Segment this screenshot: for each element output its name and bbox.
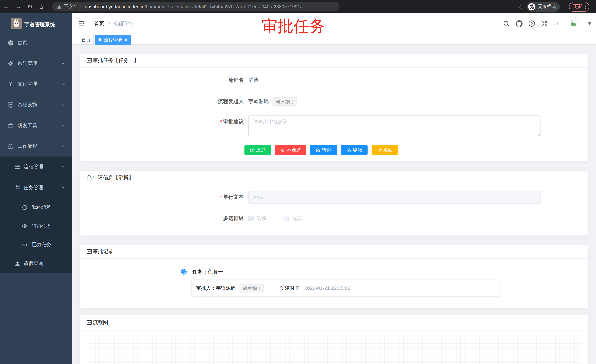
sidebar-item-home[interactable]: 首页 [0, 33, 72, 53]
svg-text:T: T [556, 21, 559, 26]
close-icon[interactable]: × [125, 37, 127, 42]
font-size-icon[interactable]: TT [553, 20, 561, 27]
app-logo-row[interactable]: 芋道管理系统 [0, 13, 72, 35]
sidebar-item-done-tasks[interactable]: 已办任务 [0, 235, 72, 254]
single-text-input[interactable] [248, 191, 541, 204]
card-title: 审批任务【任务一】 [93, 57, 139, 64]
checkbox-option1-label[interactable]: 选项一 [257, 216, 271, 221]
browser-forward-icon[interactable]: → [15, 0, 21, 13]
yen-icon: ¥ [7, 81, 14, 87]
annotation-overlay-text: 审批任务 [261, 17, 325, 36]
omnibox-divider [81, 4, 81, 9]
card-title: 申请信息【滔博】 [93, 175, 134, 181]
user-icon [15, 261, 21, 267]
avatar[interactable] [568, 16, 582, 30]
url-path: /bpm/process-instance/detail?id=54aa251f… [144, 4, 303, 9]
chevron-up-icon [61, 144, 65, 148]
app-title: 芋道管理系统 [24, 21, 55, 28]
address-bar[interactable]: 不安全 dashboard.yudao.iocoder.cn/bpm/proce… [52, 2, 339, 11]
sidebar-item-infra[interactable]: 基础设施 [0, 95, 72, 115]
eye-open-icon [22, 223, 28, 229]
card-title: 流程图 [93, 319, 108, 326]
tree-icon [15, 185, 21, 191]
broken-image-icon [569, 17, 578, 26]
tab-home[interactable]: 首页 [78, 35, 94, 45]
checkbox-option2[interactable] [283, 216, 289, 221]
approval-record-card: 审批记录 任务：任务一 审批人： 芋道源码 研发部门 创建时间： 2022-01… [80, 244, 588, 308]
chevron-up-icon [61, 186, 65, 189]
record-detail-card: 审批人： 芋道源码 研发部门 创建时间： 2022-01-21 22:35:08 [191, 279, 500, 297]
apply-info-card-header: 申请信息【滔博】 [80, 171, 588, 185]
sidebar: 芋道管理系统 首页 系统管理 ¥ 支付管理 基础设施 研发工具 [0, 13, 72, 364]
dashboard-icon [7, 40, 14, 46]
avatar-dropdown-caret-icon[interactable] [588, 22, 592, 25]
active-tab-dot-icon [98, 38, 101, 41]
reject-button[interactable]: ⊗ 不通过 [275, 145, 306, 155]
browser-chrome: ← → ↻ ⌂ 不安全 dashboard.yudao.iocoder.cn/b… [0, 0, 596, 13]
help-icon[interactable]: ? [529, 20, 535, 27]
approver-value: 芋道源码 [216, 285, 236, 291]
tags-view-bar: 首页 流程详情 × [72, 34, 596, 44]
browser-back-icon[interactable]: ← [3, 0, 9, 13]
checkbox-option2-label[interactable]: 选项二 [292, 216, 307, 221]
sidebar-item-leave-query[interactable]: 请假查询 [0, 253, 72, 274]
required-asterisk: * [220, 194, 222, 200]
tab-process-detail[interactable]: 流程详情 × [95, 35, 131, 45]
bpmn-canvas-grid[interactable] [88, 336, 581, 364]
hamburger-icon[interactable] [78, 20, 85, 27]
single-text-label: *单行文本 [87, 193, 244, 201]
chevron-down-icon [61, 82, 65, 86]
github-icon[interactable] [516, 20, 523, 27]
url-host: dashboard.yudao.iocoder.cn [85, 4, 145, 9]
breadcrumb-separator: / [109, 21, 110, 26]
sidebar-item-workflow[interactable]: 工作流程 [0, 136, 72, 156]
sidebar-item-payment[interactable]: ¥ 支付管理 [0, 74, 72, 94]
app-logo [11, 18, 22, 29]
delegate-button[interactable]: 委派 [341, 145, 368, 155]
card-title: 审批记录 [93, 248, 113, 255]
picture-icon [87, 58, 92, 63]
sidebar-item-process-mgmt[interactable]: 流程管理 [0, 156, 72, 177]
main-content: 审批任务【任务一】 流程名 滔博 流程发起人 芋道源码研发部门 *审批建议 通过… [72, 44, 596, 364]
sidebar-item-todo-tasks[interactable]: 待办任务 [0, 217, 72, 236]
search-icon[interactable] [503, 20, 510, 27]
suggestion-textarea[interactable] [248, 116, 541, 136]
checkbox-option1[interactable] [248, 216, 253, 221]
refresh-left-icon: ↺ [377, 148, 381, 153]
screen: ← → ↻ ⌂ 不安全 dashboard.yudao.iocoder.cn/b… [0, 0, 596, 364]
bookmark-star-icon[interactable]: ☆ [518, 3, 523, 10]
browser-reload-icon[interactable]: ↻ [27, 0, 33, 13]
created-value: 2022-01-21 22:35:08 [305, 285, 350, 291]
transfer-button[interactable]: 转办 [310, 145, 337, 155]
task-line: 任务：任务一 [192, 269, 223, 275]
briefcase-icon [7, 143, 14, 149]
sidebar-item-devtools[interactable]: 研发工具 [0, 116, 72, 136]
return-button[interactable]: ↺ 退回 [372, 145, 398, 155]
initiator-label: 流程发起人 [87, 98, 244, 105]
chevron-down-icon [61, 103, 65, 107]
toolbox-icon [7, 123, 14, 129]
dept-tag: 研发部门 [239, 284, 264, 292]
flow-diagram-card-header: 流程图 [80, 314, 588, 330]
created-label: 创建时间： [280, 285, 304, 291]
fullscreen-icon[interactable] [541, 20, 548, 27]
approve-button[interactable]: 通过 [244, 145, 271, 155]
flow-diagram-card: 流程图 [80, 314, 588, 364]
sidebar-item-my-process[interactable]: 我的流程 [0, 198, 72, 217]
chevron-down-icon [61, 165, 65, 169]
svg-text:?: ? [531, 22, 533, 26]
sidebar-item-system[interactable]: 系统管理 [0, 53, 72, 74]
sidebar-item-task-mgmt[interactable]: 任务管理 [0, 177, 72, 198]
gear-icon [7, 60, 14, 66]
browser-menu-icon[interactable] [585, 4, 586, 9]
approval-task-card: 审批任务【任务一】 流程名 滔博 流程发起人 芋道源码研发部门 *审批建议 通过… [80, 53, 588, 161]
list-icon [15, 164, 21, 170]
apply-info-card: 申请信息【滔博】 *单行文本 *多选框组 选项一 选项二 [80, 171, 588, 236]
incognito-label: 无痕模式 [538, 3, 556, 10]
browser-home-icon[interactable]: ⌂ [39, 0, 43, 13]
incognito-badge: 无痕模式 [527, 2, 560, 11]
breadcrumb-home[interactable]: 首页 [94, 20, 104, 27]
approver-label: 审批人： [196, 285, 216, 291]
security-label: 不安全 [64, 3, 78, 10]
update-button[interactable]: 更新 [569, 2, 589, 11]
